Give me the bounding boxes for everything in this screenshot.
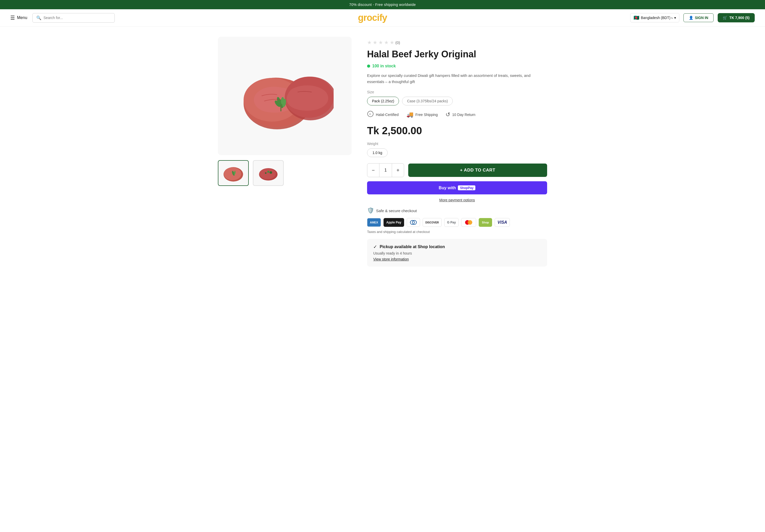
cart-row: − 1 + + ADD TO CART <box>367 163 547 177</box>
product-price: Tk 2,500.00 <box>367 125 547 137</box>
quantity-decrease-button[interactable]: − <box>367 164 379 177</box>
thumbnail-2[interactable] <box>253 160 284 186</box>
star-2: ★ <box>373 39 378 46</box>
thumbnails <box>218 160 352 186</box>
badge-shipping: 🚚 Free Shipping <box>406 111 438 118</box>
cart-button[interactable]: 🛒 TK 7,900 (5) <box>718 13 755 22</box>
size-option-case[interactable]: Case (3.375lbs/24 packs) <box>402 97 453 105</box>
product-title: Halal Beef Jerky Original <box>367 49 547 60</box>
pickup-title: Pickup available at Shop location <box>380 245 445 249</box>
weight-section: Weight 1.0 kg <box>367 142 547 157</box>
svg-text:☪: ☪ <box>370 113 372 116</box>
review-count: (0) <box>395 40 400 45</box>
star-3: ★ <box>379 39 383 46</box>
rating-stars: ★ ★ ★ ★ ★ (0) <box>367 39 547 46</box>
hamburger-icon: ☰ <box>10 15 15 21</box>
amex-card-icon: AMEX <box>367 218 381 227</box>
top-banner: 70% discount - Free shipping worldwide <box>0 0 765 9</box>
cart-icon: 🛒 <box>723 16 727 20</box>
star-4: ★ <box>384 39 389 46</box>
diners-icon <box>407 218 420 227</box>
banner-text: 70% discount - Free shipping worldwide <box>349 3 416 7</box>
star-5: ★ <box>390 39 394 46</box>
payment-icons: AMEX Apple Pay DISCOVER G Pay Shop VISA <box>367 218 547 227</box>
shop-icon: Shop <box>479 218 492 227</box>
more-payment-options-link[interactable]: More payment options <box>367 198 547 202</box>
shop-pay-text: Buy with <box>439 186 456 190</box>
cart-label: TK 7,900 (5) <box>729 16 750 20</box>
main-product-image <box>218 37 352 155</box>
size-section: Size Pack (2.25oz) Case (3.375lbs/24 pac… <box>367 90 547 105</box>
gpay-icon: G Pay <box>444 218 459 227</box>
search-bar: 🔍 <box>32 13 115 23</box>
shop-pay-button[interactable]: Buy with ShopPay <box>367 181 547 195</box>
logo[interactable]: grocify <box>120 12 625 23</box>
size-label: Size <box>367 90 547 94</box>
halal-label: Halal-Certified <box>376 113 399 117</box>
country-selector[interactable]: 🇧🇩 Bangladesh (BDT) ৳ ▾ <box>630 13 679 22</box>
user-icon: 👤 <box>689 16 693 20</box>
visa-icon: VISA <box>495 218 510 227</box>
shop-pay-logo: ShopPay <box>458 186 475 190</box>
logo-accent: fy <box>380 12 387 23</box>
return-icon: ↺ <box>445 111 450 118</box>
secure-checkout: 🛡️ Safe & secure checkout <box>367 207 547 214</box>
sign-in-label: SIGN IN <box>695 16 708 20</box>
menu-label: Menu <box>17 15 27 20</box>
pickup-row: ✓ Pickup available at Shop location <box>373 244 541 250</box>
sign-in-button[interactable]: 👤 SIGN IN <box>683 13 714 22</box>
svg-point-19 <box>265 172 267 174</box>
flag-icon: 🇧🇩 <box>633 15 639 21</box>
discover-icon: DISCOVER <box>422 218 442 227</box>
quantity-control: − 1 + <box>367 163 404 177</box>
secure-label: Safe & secure checkout <box>376 209 417 213</box>
view-store-link[interactable]: View store information <box>373 257 409 261</box>
add-to-cart-button[interactable]: + ADD TO CART <box>408 164 547 177</box>
svg-rect-10 <box>281 105 282 111</box>
shield-icon: 🛡️ <box>367 207 374 214</box>
tax-note: Taxes and shipping calculated at checkou… <box>367 230 547 234</box>
return-label: 10 Day Return <box>452 113 475 117</box>
size-options: Pack (2.25oz) Case (3.375lbs/24 packs) <box>367 97 547 105</box>
apple-pay-icon: Apple Pay <box>383 218 404 227</box>
weight-label: Weight <box>367 142 547 146</box>
header-right: 🇧🇩 Bangladesh (BDT) ৳ ▾ 👤 SIGN IN 🛒 TK 7… <box>630 13 755 22</box>
product-image-svg <box>236 47 334 145</box>
svg-point-18 <box>267 171 269 173</box>
stock-dot <box>367 65 370 68</box>
shipping-label: Free Shipping <box>415 113 438 117</box>
check-icon: ✓ <box>373 244 377 250</box>
svg-point-16 <box>259 169 276 179</box>
pickup-ready: Usually ready in 4 hours <box>373 251 541 255</box>
svg-point-17 <box>270 171 272 174</box>
product-description: Explore our specially curated Diwali gif… <box>367 73 547 85</box>
chevron-down-icon: ▾ <box>674 16 676 20</box>
country-label: Bangladesh (BDT) ৳ <box>641 16 673 20</box>
halal-icon: ☪ <box>367 111 374 119</box>
search-input[interactable] <box>43 16 111 20</box>
size-option-pack[interactable]: Pack (2.25oz) <box>367 97 399 105</box>
pickup-box: ✓ Pickup available at Shop location Usua… <box>367 239 547 266</box>
product-info: ★ ★ ★ ★ ★ (0) Halal Beef Jerky Original … <box>367 37 547 266</box>
weight-option[interactable]: 1.0 kg <box>367 148 387 157</box>
image-section <box>218 37 352 266</box>
mastercard-icon <box>461 218 476 227</box>
product-badges: ☪ Halal-Certified 🚚 Free Shipping ↺ 10 D… <box>367 111 547 119</box>
add-to-cart-label: + ADD TO CART <box>460 168 495 173</box>
product-container: ★ ★ ★ ★ ★ (0) Halal Beef Jerky Original … <box>203 27 562 277</box>
stock-badge: 100 in stock <box>367 64 547 68</box>
svg-point-25 <box>468 220 472 225</box>
truck-icon: 🚚 <box>406 111 413 118</box>
badge-halal: ☪ Halal-Certified <box>367 111 399 119</box>
search-icon: 🔍 <box>36 15 41 20</box>
quantity-value: 1 <box>379 164 392 177</box>
logo-text: groci <box>358 12 380 23</box>
badge-return: ↺ 10 Day Return <box>445 111 475 118</box>
header: ☰ Menu 🔍 grocify 🇧🇩 Bangladesh (BDT) ৳ ▾… <box>0 9 765 27</box>
thumbnail-1[interactable] <box>218 160 249 186</box>
star-1: ★ <box>367 39 372 46</box>
quantity-increase-button[interactable]: + <box>392 164 404 177</box>
stock-text: 100 in stock <box>372 64 396 68</box>
menu-button[interactable]: ☰ Menu <box>10 15 27 21</box>
